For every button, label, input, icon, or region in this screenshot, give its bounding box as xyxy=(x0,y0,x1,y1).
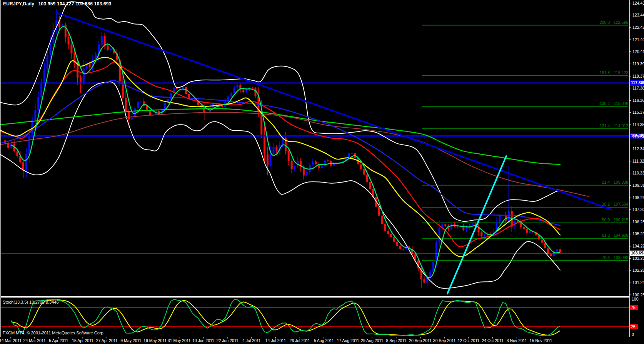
price-tick-label: 108.290 xyxy=(632,195,644,200)
price-tick-label: 117.380 xyxy=(632,86,644,90)
candle-bull xyxy=(101,36,103,45)
date-tick-label: 30 Sep 2011 xyxy=(433,338,456,343)
price-tick-label: 111.320 xyxy=(632,159,644,163)
date-tick-label: 29 Aug 2011 xyxy=(361,338,383,343)
ma-maroon-line xyxy=(0,112,589,196)
candle-bear xyxy=(89,63,91,67)
date-tick-label: 12 Oct 2011 xyxy=(458,338,480,343)
stoch-signal-line xyxy=(11,300,560,335)
price-tick-label: 110.330 xyxy=(632,171,644,175)
candle-bear xyxy=(393,237,395,241)
fib-price-label: 114.012 xyxy=(614,123,628,128)
candle-bull xyxy=(34,110,36,120)
platform-watermark: FXCM MT4, © 2001-2011 MetaQuotes Softwar… xyxy=(3,331,105,335)
candle-bull xyxy=(309,165,311,172)
candle-bear xyxy=(423,279,425,283)
fib-price-label: 103.092 xyxy=(614,255,628,260)
stoch-tick-label: 0 xyxy=(632,332,634,337)
candle-bull xyxy=(110,49,112,50)
price-marker-label: 103.693 xyxy=(631,251,644,255)
candle-bear xyxy=(381,216,383,224)
date-tick-label: 17 Aug 2011 xyxy=(337,338,359,343)
candle-bull xyxy=(472,223,474,224)
chart-canvas[interactable]: 200.0122.595161.8118.423138.2115.846121.… xyxy=(0,0,644,344)
candle-bear xyxy=(70,45,72,53)
candle-bear xyxy=(125,98,127,111)
date-tick-label: 19 May 2011 xyxy=(143,338,167,343)
price-tick-label: 116.360 xyxy=(632,98,644,103)
date-tick-label: 22 Jun 2011 xyxy=(217,338,239,343)
date-tick-label: 3 Nov 2011 xyxy=(507,338,527,343)
candle-bull xyxy=(351,153,353,154)
candle-bull xyxy=(170,93,172,99)
candle-bull xyxy=(237,85,239,88)
candle-bear xyxy=(480,232,482,236)
price-tick-label: 102.260 xyxy=(632,268,644,273)
price-tick-label: 109.310 xyxy=(632,183,644,188)
price-tick-label: 121.400 xyxy=(632,37,644,42)
candle-bear xyxy=(541,239,543,243)
candle-bear xyxy=(547,248,549,254)
candle-bull xyxy=(131,118,133,120)
candle-bear xyxy=(221,106,223,107)
candle-bull xyxy=(40,84,42,97)
date-tick-label: 4 Jul 2011 xyxy=(242,338,261,343)
fib-level-label: 21.4 xyxy=(602,180,610,184)
fib-price-label: 109.338 xyxy=(614,180,628,184)
price-tick-label: 112.340 xyxy=(632,146,644,151)
candle-bear xyxy=(303,167,305,175)
stoch-marker-label: 25 xyxy=(631,324,636,329)
candle-bull xyxy=(164,103,166,109)
candle-bear xyxy=(444,224,446,226)
candle-bull xyxy=(43,70,45,84)
candle-bull xyxy=(83,69,85,84)
candle-bear xyxy=(523,227,525,229)
candle-bear xyxy=(107,46,109,50)
mt4-window: { "title": "EURJPY,Daily 103.959 104.127… xyxy=(0,0,644,344)
date-tick-label: 9 May 2011 xyxy=(120,338,141,343)
candle-bear xyxy=(454,224,455,225)
candle-bull xyxy=(245,89,247,92)
candle-bear xyxy=(16,151,18,156)
fib-level-label: 138.2 xyxy=(600,101,610,106)
candle-bear xyxy=(242,90,244,92)
candle-bull xyxy=(529,231,531,233)
price-tick-label: 124.430 xyxy=(632,1,644,5)
candle-bull xyxy=(294,166,295,169)
candle-bull xyxy=(137,102,139,108)
fib-level-label: 200.0 xyxy=(600,20,610,25)
price-tick-label: 101.240 xyxy=(632,280,644,285)
candle-bull xyxy=(499,216,501,223)
fib-price-label: 107.504 xyxy=(614,202,628,206)
date-tick-label: 8 Sep 2011 xyxy=(386,338,406,343)
fib-level-label: 61.8 xyxy=(602,233,610,238)
candle-bear xyxy=(264,135,265,154)
price-tick-label: 114.350 xyxy=(632,122,644,127)
fib-price-label: 115.846 xyxy=(614,101,628,106)
fib-price-label: 122.595 xyxy=(614,20,628,25)
candle-bear xyxy=(384,224,386,231)
candle-bull xyxy=(321,166,323,168)
candle-bear xyxy=(390,234,392,237)
date-tick-label: 31 May 2011 xyxy=(168,338,191,343)
date-tick-label: 24 Mar 2011 xyxy=(23,338,46,343)
band-upper-line xyxy=(0,2,560,221)
price-tick-label: 118.370 xyxy=(632,74,644,78)
candle-bull xyxy=(273,147,275,154)
fib-level-label: 161.8 xyxy=(600,70,610,75)
candle-bear xyxy=(402,249,404,249)
candle-bull xyxy=(234,88,235,93)
candle-bear xyxy=(203,107,205,113)
date-tick-label: 27 Apr 2011 xyxy=(96,338,118,343)
date-tick-label: 5 Apr 2011 xyxy=(49,338,68,343)
fib-level-label: 121.4 xyxy=(600,123,610,128)
date-tick-label: 10 Jun 2011 xyxy=(192,338,214,343)
candle-bull xyxy=(230,93,232,96)
date-tick-label: 26 Jul 2011 xyxy=(289,338,310,343)
candle-bear xyxy=(128,111,130,120)
candle-bull xyxy=(47,55,48,70)
candle-bull xyxy=(312,161,314,165)
stoch-marker-label: 75 xyxy=(631,305,636,310)
candle-bear xyxy=(399,246,401,249)
candle-bear xyxy=(267,154,269,165)
